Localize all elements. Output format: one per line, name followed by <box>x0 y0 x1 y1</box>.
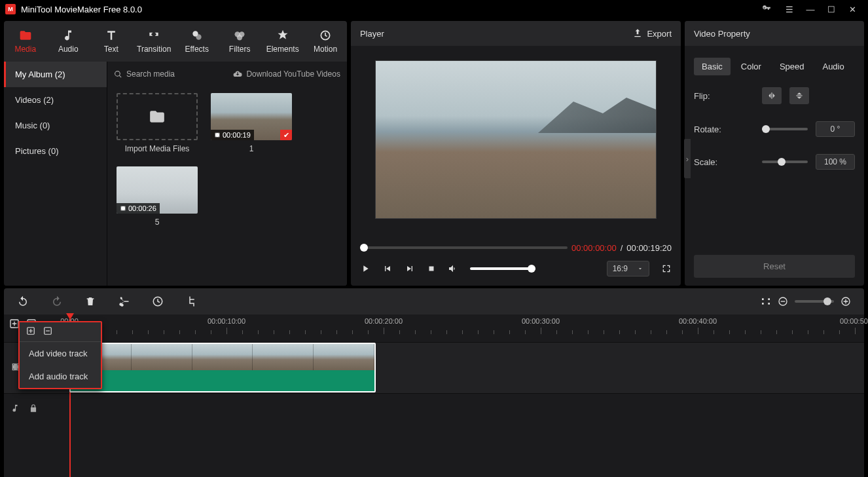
ruler-label: 00:00:20:00 <box>365 317 403 325</box>
properties-title: Video Property <box>694 29 750 39</box>
media-sidebar: My Album (2) Videos (2) Music (0) Pictur… <box>4 62 107 286</box>
zoom-in-button[interactable] <box>841 296 851 307</box>
aspect-ratio-select[interactable]: 16:9 <box>607 261 649 277</box>
minimize-button[interactable]: — <box>800 5 821 14</box>
stop-button[interactable] <box>427 264 436 273</box>
menu-add-audio-track[interactable]: Add audio track <box>20 365 101 388</box>
svg-point-4 <box>237 35 242 40</box>
scale-slider[interactable] <box>762 161 808 163</box>
tab-filters[interactable]: Filters <box>218 21 261 62</box>
svg-point-1 <box>196 34 201 39</box>
tab-media[interactable]: Media <box>4 21 46 62</box>
prop-tab-audio[interactable]: Audio <box>814 58 852 75</box>
app-logo: M <box>5 4 16 14</box>
flip-horizontal-button[interactable] <box>762 87 782 104</box>
svg-rect-16 <box>46 330 50 331</box>
cloud-download-icon <box>233 69 242 79</box>
menu-icon[interactable]: ☰ <box>779 5 800 14</box>
export-button[interactable]: Export <box>632 28 672 39</box>
split-button[interactable] <box>118 296 130 307</box>
remove-track-icon <box>43 326 52 337</box>
media-thumb-1[interactable]: 00:00:19 ✔ 1 <box>211 93 292 153</box>
sidebar-item-myalbum[interactable]: My Album (2) <box>4 62 107 87</box>
tab-motion[interactable]: Motion <box>304 21 346 62</box>
add-track-menu: Add video track Add audio track <box>18 321 102 389</box>
video-preview[interactable] <box>375 60 657 219</box>
rotate-slider[interactable] <box>762 128 808 130</box>
rotate-value[interactable]: 0 ° <box>816 121 855 137</box>
app-title: MiniTool MovieMaker Free 8.0.0 <box>21 5 142 14</box>
collapse-properties-button[interactable]: › <box>684 139 691 178</box>
key-icon[interactable] <box>762 4 771 15</box>
chevron-down-icon <box>637 265 643 272</box>
prop-tab-basic[interactable]: Basic <box>694 58 731 75</box>
duration-badge: 00:00:19 <box>211 130 254 140</box>
timeline-toolbar <box>4 288 864 315</box>
download-youtube-button[interactable]: Download YouTube Videos <box>233 69 340 79</box>
time-current: 00:00:00:00 <box>571 243 617 253</box>
timeline: 00:0000:00:10:0000:00:20:0000:00:30:0000… <box>4 315 864 477</box>
zoom-slider[interactable] <box>795 300 834 303</box>
audio-track <box>4 393 864 425</box>
volume-button[interactable] <box>448 263 458 274</box>
flip-label: Flip: <box>694 91 733 101</box>
prop-tab-color[interactable]: Color <box>733 58 769 75</box>
search-media[interactable]: Search media <box>114 69 233 79</box>
time-ruler[interactable]: 00:0000:00:10:0000:00:20:0000:00:30:0000… <box>69 315 864 342</box>
next-frame-button[interactable] <box>405 263 415 274</box>
ruler-label: 00:00:10:00 <box>208 317 245 325</box>
import-media-button[interactable]: Import Media Files <box>117 93 198 153</box>
ruler-label: 00:00:50: <box>840 317 868 325</box>
media-thumb-2[interactable]: 00:00:26 5 <box>117 166 198 227</box>
player-panel: Player Export 00:00:00:00 / 00:00:19:20 <box>351 21 681 286</box>
time-total: 00:00:19:20 <box>626 243 672 253</box>
media-panel: Media Audio Text Transition Effects Filt… <box>4 21 347 286</box>
search-icon <box>114 70 122 79</box>
tab-elements[interactable]: Elements <box>261 21 304 62</box>
tab-transition[interactable]: Transition <box>132 21 175 62</box>
export-icon <box>632 28 643 39</box>
flip-vertical-button[interactable] <box>789 87 809 104</box>
prev-frame-button[interactable] <box>382 263 393 274</box>
svg-rect-6 <box>429 267 433 271</box>
sidebar-item-music[interactable]: Music (0) <box>4 113 107 138</box>
video-track <box>4 342 864 393</box>
undo-button[interactable] <box>17 296 29 307</box>
seek-bar[interactable] <box>360 246 568 249</box>
maximize-button[interactable]: ☐ <box>821 5 842 14</box>
redo-button[interactable] <box>51 296 63 307</box>
film-icon <box>214 132 221 138</box>
check-icon: ✔ <box>280 130 292 140</box>
ruler-label: 00:00:40:00 <box>679 317 717 325</box>
close-button[interactable]: ✕ <box>842 5 863 14</box>
speed-button[interactable] <box>152 296 164 307</box>
timeline-clip[interactable] <box>69 343 376 392</box>
tab-effects[interactable]: Effects <box>175 21 218 62</box>
ruler-label: 00:00:30:00 <box>522 317 560 325</box>
film-icon <box>120 205 126 212</box>
add-track-icon <box>26 326 35 337</box>
prop-tab-speed[interactable]: Speed <box>772 58 812 75</box>
tab-text[interactable]: Text <box>90 21 132 62</box>
music-icon <box>10 404 20 415</box>
fit-timeline-button[interactable] <box>761 296 771 307</box>
delete-button[interactable] <box>85 296 96 307</box>
module-tabs: Media Audio Text Transition Effects Filt… <box>4 21 347 62</box>
sidebar-item-pictures[interactable]: Pictures (0) <box>4 138 107 164</box>
fullscreen-button[interactable] <box>661 263 672 274</box>
scale-label: Scale: <box>694 157 733 167</box>
play-button[interactable] <box>360 263 371 274</box>
volume-slider[interactable] <box>470 267 535 270</box>
player-title: Player <box>360 29 384 39</box>
menu-add-video-track[interactable]: Add video track <box>20 342 101 365</box>
crop-button[interactable] <box>186 296 198 307</box>
zoom-out-button[interactable] <box>778 296 788 307</box>
sidebar-item-videos[interactable]: Videos (2) <box>4 87 107 113</box>
scale-value[interactable]: 100 % <box>816 154 855 170</box>
lock-icon[interactable] <box>29 404 38 415</box>
titlebar: M MiniTool MovieMaker Free 8.0.0 ☰ — ☐ ✕ <box>0 0 868 18</box>
rotate-label: Rotate: <box>694 124 733 134</box>
properties-panel: › Video Property Basic Color Speed Audio… <box>685 21 864 286</box>
tab-audio[interactable]: Audio <box>46 21 89 62</box>
reset-button[interactable]: Reset <box>694 255 855 278</box>
